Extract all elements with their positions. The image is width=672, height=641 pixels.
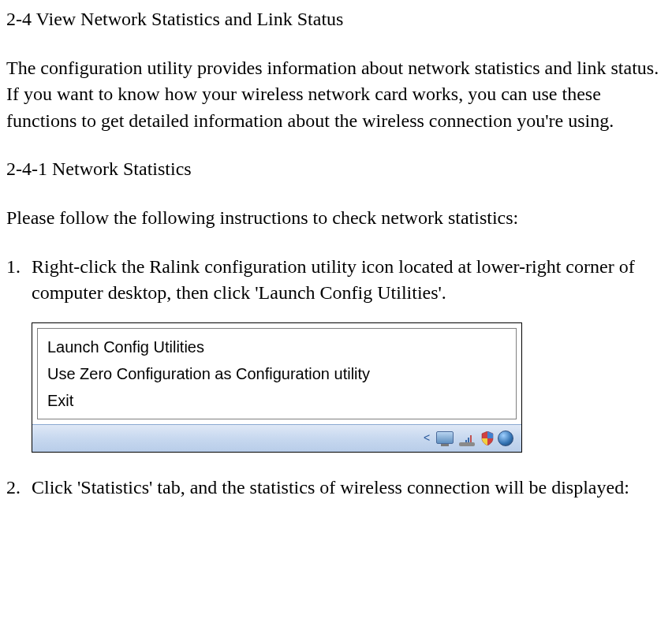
menu-item-exit[interactable]: Exit: [39, 387, 514, 414]
subsection-title: Network Statistics: [52, 158, 192, 179]
instructions-lead: Please follow the following instructions…: [6, 205, 666, 232]
step-2: 2. Click 'Statistics' tab, and the stati…: [6, 475, 666, 501]
section-number: 2-4: [6, 9, 32, 29]
step-1-number: 1.: [6, 254, 32, 307]
step-1-text: Right-click the Ralink configuration uti…: [32, 254, 666, 307]
tray-expand-chevron-icon[interactable]: <: [420, 432, 433, 445]
screenshot-context-menu: Launch Config Utilities Use Zero Configu…: [32, 322, 666, 453]
network-globe-icon[interactable]: [498, 430, 513, 446]
menu-item-use-zero-config[interactable]: Use Zero Configuration as Configuration …: [39, 360, 514, 387]
step-2-text: Click 'Statistics' tab, and the statisti…: [32, 475, 666, 501]
step-1: 1. Right-click the Ralink configuration …: [6, 254, 666, 307]
menu-item-launch-config[interactable]: Launch Config Utilities: [39, 334, 514, 360]
section-heading: 2-4 View Network Statistics and Link Sta…: [6, 6, 666, 33]
context-menu: Launch Config Utilities Use Zero Configu…: [37, 328, 517, 419]
windows-popup-area: Launch Config Utilities Use Zero Configu…: [32, 322, 522, 453]
section-title: View Network Statistics and Link Status: [36, 9, 344, 29]
monitor-icon[interactable]: [436, 431, 454, 445]
wifi-utility-icon[interactable]: [457, 430, 477, 446]
security-shield-icon[interactable]: [480, 430, 495, 446]
subsection-heading: 2-4-1 Network Statistics: [6, 156, 666, 183]
intro-paragraph: The configuration utility provides infor…: [6, 55, 666, 135]
subsection-number: 2-4-1: [6, 158, 47, 179]
step-2-number: 2.: [6, 475, 32, 501]
system-tray: <: [32, 424, 521, 452]
